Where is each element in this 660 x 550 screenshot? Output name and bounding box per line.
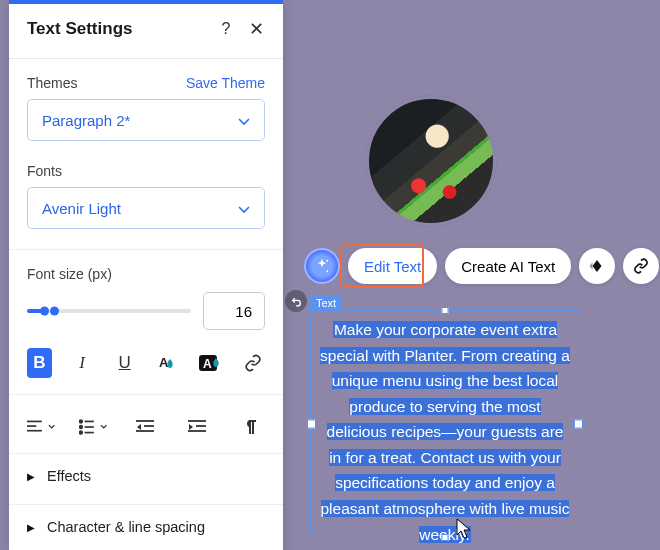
highlight-color-button[interactable]: A — [198, 348, 223, 378]
svg-point-10 — [79, 431, 82, 434]
create-ai-text-button[interactable]: Create AI Text — [445, 248, 571, 284]
element-toolbar: Edit Text Create AI Text ? — [304, 248, 660, 284]
outdent-button[interactable] — [131, 413, 159, 441]
svg-point-8 — [79, 426, 82, 429]
fonts-section: Fonts Avenir Light — [27, 141, 265, 229]
element-type-badge: Text — [310, 296, 342, 310]
help-icon[interactable]: ? — [215, 18, 237, 40]
caret-right-icon: ▶ — [27, 471, 35, 482]
themes-selected: Paragraph 2* — [42, 112, 130, 129]
svg-text:A: A — [203, 357, 212, 371]
chevron-down-icon — [238, 200, 250, 217]
fontsize-section: Font size (px) — [27, 250, 265, 330]
text-color-button[interactable]: A — [155, 348, 180, 378]
fontsize-label: Font size (px) — [27, 266, 265, 282]
ai-sparkle-button[interactable] — [304, 248, 340, 284]
panel-header: Text Settings ? ✕ — [9, 4, 283, 59]
text-settings-panel: Text Settings ? ✕ Themes Save Theme Para… — [9, 0, 283, 550]
effects-label: Effects — [47, 468, 91, 484]
animations-button[interactable] — [579, 248, 615, 284]
indent-button[interactable] — [183, 413, 211, 441]
panel-title: Text Settings — [27, 19, 215, 39]
svg-point-18 — [326, 260, 328, 262]
text-content[interactable]: Make your corporate event extra special … — [311, 311, 579, 550]
save-theme-link[interactable]: Save Theme — [186, 75, 265, 91]
svg-point-19 — [326, 270, 328, 272]
svg-text:A: A — [159, 355, 169, 370]
format-row-2 — [27, 395, 265, 447]
fontsize-slider[interactable] — [27, 301, 191, 321]
format-row-1: B I U A A — [27, 330, 265, 378]
panel-body: Themes Save Theme Paragraph 2* Fonts Ave… — [9, 59, 283, 550]
list-button[interactable] — [79, 413, 107, 441]
italic-button[interactable]: I — [70, 348, 95, 378]
char-spacing-accordion[interactable]: ▶ Character & line spacing — [27, 505, 265, 549]
fonts-dropdown[interactable]: Avenir Light — [27, 187, 265, 229]
edit-text-button[interactable]: Edit Text — [348, 248, 437, 284]
align-button[interactable] — [27, 413, 55, 441]
selected-text: Make your corporate event extra special … — [320, 321, 570, 543]
fontsize-input[interactable] — [203, 292, 265, 330]
resize-handle-bottom[interactable] — [442, 534, 449, 541]
bold-button[interactable]: B — [27, 348, 52, 378]
char-spacing-label: Character & line spacing — [47, 519, 205, 535]
underline-button[interactable]: U — [112, 348, 137, 378]
close-icon[interactable]: ✕ — [245, 18, 267, 40]
text-element-frame[interactable]: Make your corporate event extra special … — [310, 310, 580, 538]
themes-section: Themes Save Theme Paragraph 2* — [27, 59, 265, 141]
chevron-down-icon — [238, 112, 250, 129]
fonts-selected: Avenir Light — [42, 200, 121, 217]
fonts-label: Fonts — [27, 163, 62, 179]
undo-icon[interactable] — [285, 290, 307, 312]
themes-dropdown[interactable]: Paragraph 2* — [27, 99, 265, 141]
resize-handle-top[interactable] — [442, 307, 449, 314]
link-button[interactable] — [623, 248, 659, 284]
effects-accordion[interactable]: ▶ Effects — [27, 454, 265, 498]
avatar[interactable] — [366, 96, 496, 226]
caret-right-icon: ▶ — [27, 522, 35, 533]
link-button[interactable] — [240, 348, 265, 378]
text-direction-button[interactable] — [237, 413, 265, 441]
svg-point-6 — [79, 420, 82, 423]
themes-label: Themes — [27, 75, 78, 91]
